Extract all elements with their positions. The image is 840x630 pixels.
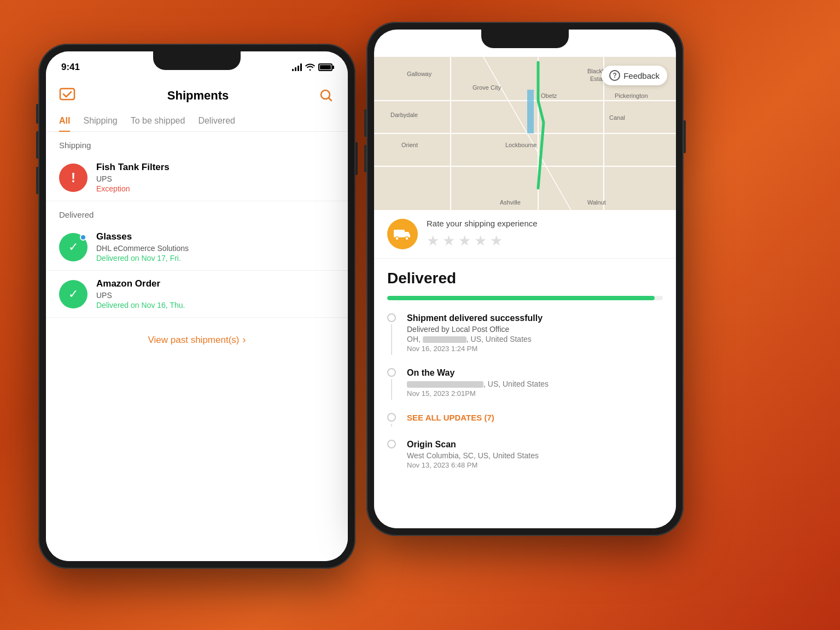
svg-text:Canal: Canal [609, 114, 625, 121]
view-past-label: View past shipment(s) [148, 335, 240, 346]
right-notch [481, 30, 569, 48]
timeline-subtitle-1: Delivered by Local Post Office [407, 325, 663, 334]
timeline-dot-3 [387, 413, 396, 422]
timeline-date-1: Nov 16, 2023 1:24 PM [407, 345, 663, 353]
view-past-button[interactable]: View past shipment(s) › [46, 318, 348, 362]
right-app-content: Galloway Blacklick Estates Grove City Ob… [374, 57, 676, 528]
notification-dot [80, 234, 86, 241]
app-title: Shipments [167, 89, 229, 103]
timeline-item-origin: Origin Scan West Columbia, SC, US, Unite… [387, 440, 663, 485]
shipment-item-glasses[interactable]: ✓ Glasses DHL eCommerce Solutions Delive… [46, 224, 348, 271]
battery-icon [318, 63, 332, 71]
app-logo-icon [59, 86, 78, 105]
svg-text:Pickerington: Pickerington [615, 92, 648, 99]
right-phone-screen: Galloway Blacklick Estates Grove City Ob… [374, 30, 676, 528]
chevron-right-icon: › [242, 334, 246, 346]
star-3[interactable]: ★ [458, 232, 471, 249]
tabs-bar: All Shipping To be shipped Delivered [46, 110, 348, 132]
delivered-section: Delivered Shipment [374, 259, 676, 485]
svg-text:Ashville: Ashville [500, 199, 521, 206]
amazon-details: Amazon Order UPS Delivered on Nov 16, Th… [96, 278, 335, 310]
glasses-icon: ✓ [59, 233, 88, 261]
glasses-status: Delivered on Nov 17, Fri. [96, 254, 335, 262]
tab-to-be-shipped[interactable]: To be shipped [131, 110, 185, 131]
timeline-location-4: West Columbia, SC, US, United States [407, 451, 663, 460]
search-icon[interactable] [318, 88, 335, 104]
svg-rect-10 [527, 90, 534, 133]
rating-label: Rate your shipping experience [427, 219, 663, 228]
fish-tank-status: Exception [96, 184, 335, 193]
redacted-1 [423, 336, 466, 343]
see-all-updates-label[interactable]: SEE ALL UPDATES (7) [407, 413, 663, 424]
notch [153, 51, 241, 70]
status-time: 9:41 [61, 62, 80, 73]
glasses-details: Glasses DHL eCommerce Solutions Delivere… [96, 231, 335, 262]
left-app-content: Shipments All Shipping To be shipped Del… [46, 79, 348, 561]
timeline-dot-2 [387, 368, 396, 377]
amazon-icon: ✓ [59, 280, 88, 308]
timeline-title-2: On the Way [407, 368, 663, 378]
svg-rect-0 [60, 89, 74, 100]
timeline-location-2: , US, United States [407, 380, 663, 388]
map-area: Galloway Blacklick Estates Grove City Ob… [374, 57, 676, 210]
star-2[interactable]: ★ [442, 232, 455, 249]
svg-point-25 [405, 237, 409, 240]
timeline-date-4: Nov 13, 2023 6:48 PM [407, 461, 663, 469]
timeline-dot-4 [387, 440, 396, 448]
power-button[interactable] [355, 142, 358, 175]
right-power-button[interactable] [684, 120, 686, 153]
feedback-help-icon: ? [609, 70, 620, 81]
progress-fill [387, 296, 655, 300]
star-1[interactable]: ★ [427, 232, 439, 249]
shipment-item-amazon[interactable]: ✓ Amazon Order UPS Delivered on Nov 16, … [46, 271, 348, 318]
rating-content: Rate your shipping experience ★ ★ ★ ★ ★ [427, 219, 663, 249]
timeline-location-1: OH, , US, United States [407, 335, 663, 343]
svg-text:Galloway: Galloway [407, 71, 432, 77]
svg-text:Orient: Orient [401, 142, 418, 148]
right-vol-dn[interactable] [364, 145, 366, 172]
timeline-date-2: Nov 15, 2023 2:01PM [407, 389, 663, 398]
wifi-icon [305, 63, 315, 72]
shipment-item-fish-tank[interactable]: ! Fish Tank Filters UPS Exception [46, 154, 348, 201]
timeline-item-delivered: Shipment delivered successfully Delivere… [387, 313, 663, 368]
fish-tank-name: Fish Tank Filters [96, 162, 335, 173]
app-header: Shipments [46, 79, 348, 110]
timeline-title-4: Origin Scan [407, 440, 663, 450]
glasses-carrier: DHL eCommerce Solutions [96, 244, 335, 253]
glasses-name: Glasses [96, 231, 335, 242]
star-rating[interactable]: ★ ★ ★ ★ ★ [427, 232, 663, 249]
delivery-progress-bar [387, 296, 663, 300]
svg-text:Grove City: Grove City [472, 84, 501, 91]
timeline-item-see-all[interactable]: SEE ALL UPDATES (7) [387, 413, 663, 440]
right-phone: Galloway Blacklick Estates Grove City Ob… [366, 22, 684, 536]
tab-delivered[interactable]: Delivered [198, 110, 235, 131]
svg-text:Obetz: Obetz [541, 92, 557, 99]
tab-shipping[interactable]: Shipping [83, 110, 117, 131]
svg-text:Darbydale: Darbydale [390, 112, 418, 118]
timeline-item-onway: On the Way , US, United States Nov 15, 2… [387, 368, 663, 413]
star-5[interactable]: ★ [490, 232, 503, 249]
timeline-title-1: Shipment delivered successfully [407, 313, 663, 323]
mute-button[interactable] [36, 104, 38, 124]
svg-text:Walnut: Walnut [587, 199, 606, 206]
exception-icon: ! [59, 164, 88, 192]
right-vol-up[interactable] [364, 109, 366, 137]
redacted-2 [407, 381, 483, 388]
tab-all[interactable]: All [59, 110, 70, 131]
feedback-label: Feedback [623, 71, 660, 80]
left-phone-screen: 9:41 [46, 51, 348, 561]
delivered-section-label: Delivered [46, 201, 348, 224]
svg-point-24 [395, 237, 399, 240]
svg-text:Lockbourne: Lockbourne [505, 142, 537, 148]
left-phone: 9:41 [38, 44, 355, 569]
delivered-title: Delivered [387, 270, 663, 287]
amazon-status: Delivered on Nov 16, Thu. [96, 301, 335, 310]
svg-rect-23 [394, 230, 405, 237]
volume-up-button[interactable] [36, 131, 38, 159]
fish-tank-carrier: UPS [96, 174, 335, 183]
star-4[interactable]: ★ [474, 232, 487, 249]
feedback-button[interactable]: ? Feedback [602, 66, 667, 85]
volume-down-button[interactable] [36, 167, 38, 194]
shipping-section-label: Shipping [46, 132, 348, 154]
fish-tank-details: Fish Tank Filters UPS Exception [96, 162, 335, 193]
